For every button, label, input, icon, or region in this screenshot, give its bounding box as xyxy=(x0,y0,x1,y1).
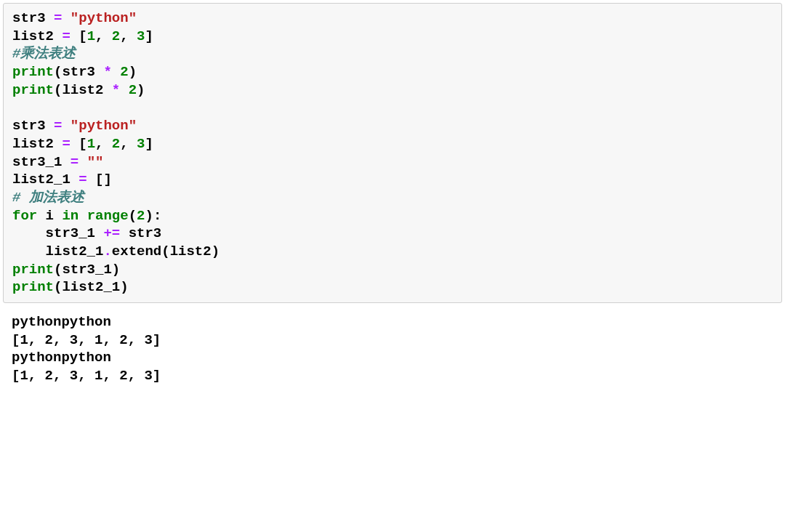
code-line: print(str3_1) xyxy=(12,261,773,279)
code-cell: str3 = "python" list2 = [1, 2, 3] #乘法表述 … xyxy=(3,3,782,303)
code-line: print(str3 * 2) xyxy=(12,63,773,81)
code-line: list2_1 = [] xyxy=(12,171,773,189)
code-line: str3_1 = "" xyxy=(12,153,773,172)
code-line: print(list2 * 2) xyxy=(12,81,773,100)
code-line: print(list2_1) xyxy=(12,278,773,297)
code-line-comment: # 加法表述 xyxy=(12,189,773,207)
code-line: str3 = "python" xyxy=(12,117,773,135)
code-line: list2 = [1, 2, 3] xyxy=(12,28,773,46)
output-line: [1, 2, 3, 1, 2, 3] xyxy=(12,367,773,385)
code-line: str3 = "python" xyxy=(12,9,773,28)
code-line-blank xyxy=(12,99,773,117)
code-line: list2_1.extend(list2) xyxy=(12,243,773,261)
output-line: pythonpython xyxy=(12,313,773,331)
output-line: pythonpython xyxy=(12,349,773,367)
output-cell: pythonpython [1, 2, 3, 1, 2, 3] pythonpy… xyxy=(3,310,782,388)
code-line-comment: #乘法表述 xyxy=(12,45,773,63)
code-line: for i in range(2): xyxy=(12,207,773,225)
output-line: [1, 2, 3, 1, 2, 3] xyxy=(12,331,773,350)
code-line: list2 = [1, 2, 3] xyxy=(12,135,773,153)
code-line: str3_1 += str3 xyxy=(12,225,773,243)
